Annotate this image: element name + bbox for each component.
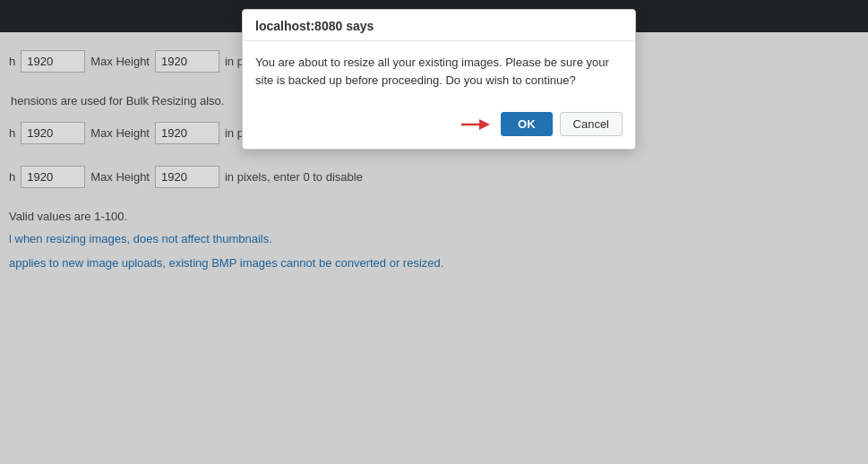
dialog-footer: OK Cancel <box>243 112 635 149</box>
cancel-button[interactable]: Cancel <box>560 112 623 136</box>
dialog-body: You are about to resize all your existin… <box>243 41 635 112</box>
dialog-message: You are about to resize all your existin… <box>255 54 623 89</box>
arrow-right-icon <box>461 116 490 133</box>
svg-marker-1 <box>479 119 490 130</box>
dialog-overlay: localhost:8080 says You are about to res… <box>0 0 868 464</box>
dialog-title-bar: localhost:8080 says <box>243 10 635 41</box>
arrow-indicator <box>461 116 490 133</box>
dialog-message-text: You are about to resize all your existin… <box>255 56 609 87</box>
ok-button[interactable]: OK <box>501 112 553 136</box>
dialog-box: localhost:8080 says You are about to res… <box>242 9 636 150</box>
dialog-title: localhost:8080 says <box>255 19 374 33</box>
